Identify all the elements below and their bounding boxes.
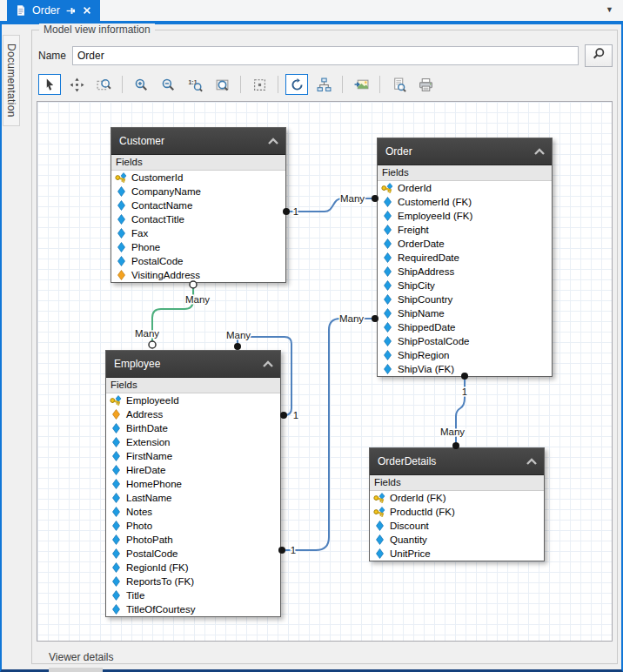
collapse-chevron-icon[interactable] xyxy=(526,458,538,465)
field-row[interactable]: Freight xyxy=(378,223,552,237)
field-row[interactable]: CustomerId (FK) xyxy=(378,195,552,209)
attribute-blue-icon xyxy=(110,590,122,601)
field-row[interactable]: Discount xyxy=(370,519,544,533)
field-row[interactable]: Title xyxy=(106,588,280,602)
export-image-button[interactable] xyxy=(350,74,372,95)
sidebar-tab-documentation[interactable]: Documentation xyxy=(3,35,20,126)
viewer-details-splitter[interactable] xyxy=(49,668,103,672)
zoom-selection-button[interactable] xyxy=(211,74,233,95)
collapse-chevron-icon[interactable] xyxy=(533,148,546,155)
tab-order[interactable]: Order xyxy=(7,0,100,21)
field-name: Title xyxy=(126,590,144,601)
field-name: EmployeeId xyxy=(126,395,179,406)
entity-employee[interactable]: EmployeeFieldsEmployeeIdAddressBirthDate… xyxy=(105,350,281,617)
field-row[interactable]: ShipPostalCode xyxy=(378,334,552,348)
attribute-blue-icon xyxy=(373,534,385,545)
field-row[interactable]: ShipName xyxy=(378,306,552,320)
field-row[interactable]: RequiredDate xyxy=(378,251,552,265)
field-row[interactable]: CustomerId xyxy=(111,171,285,185)
field-row[interactable]: ShipCountry xyxy=(378,292,552,306)
refresh-button[interactable] xyxy=(285,74,308,95)
connector-customer-to-employee-many-many[interactable]: ManyMany xyxy=(135,281,210,348)
field-row[interactable]: Fax xyxy=(111,226,285,240)
pointer-button[interactable] xyxy=(38,74,61,95)
field-name: Address xyxy=(126,409,163,420)
field-row[interactable]: Photo xyxy=(106,519,280,533)
zoom-out-button[interactable] xyxy=(157,74,179,95)
entity-customer[interactable]: CustomerFieldsCustomerIdCompanyNameConta… xyxy=(111,127,286,283)
entity-header[interactable]: Order xyxy=(378,138,552,165)
fit-to-drawing-button[interactable] xyxy=(248,74,271,95)
field-row[interactable]: TitleOfCourtesy xyxy=(106,602,280,616)
entity-title: Employee xyxy=(114,358,262,370)
attribute-blue-icon xyxy=(373,521,385,531)
field-row[interactable]: HomePhone xyxy=(106,477,280,491)
field-row[interactable]: ShippedDate xyxy=(378,320,552,334)
name-input[interactable] xyxy=(72,46,579,65)
connector-customer-to-order[interactable]: 1Many xyxy=(283,193,378,217)
field-row[interactable]: PhotoPath xyxy=(106,533,280,547)
field-row[interactable]: OrderId (FK) xyxy=(370,491,544,505)
field-row[interactable]: Phone xyxy=(111,240,285,254)
field-row[interactable]: UnitPrice xyxy=(370,547,544,561)
toolbar-separator xyxy=(122,76,123,93)
field-row[interactable]: PostalCode xyxy=(111,254,285,268)
collapse-chevron-icon[interactable] xyxy=(262,360,274,367)
collapse-chevron-icon[interactable] xyxy=(267,138,279,144)
field-row[interactable]: ContactName xyxy=(111,198,285,212)
entity-header[interactable]: Employee xyxy=(106,351,280,378)
toolbar-separator xyxy=(379,76,380,93)
cardinality-label: 1 xyxy=(291,545,296,555)
field-row[interactable]: ShipRegion xyxy=(378,348,552,362)
pan-button[interactable] xyxy=(65,74,88,95)
app-window: Order ▼ Documentation Model view informa… xyxy=(0,0,623,672)
search-button[interactable] xyxy=(585,44,613,67)
connector-order-to-orderdetails[interactable]: 1Many xyxy=(440,373,468,449)
entity-order[interactable]: OrderFieldsOrderIdCustomerId (FK)Employe… xyxy=(377,138,553,377)
entity-orderdetails[interactable]: OrderDetailsFieldsOrderId (FK)ProductId … xyxy=(369,447,545,561)
attribute-blue-icon xyxy=(110,507,122,517)
print-button[interactable] xyxy=(414,74,437,95)
field-name: ShipAddress xyxy=(398,266,454,277)
field-name: FirstName xyxy=(126,451,172,461)
field-row[interactable]: Extension xyxy=(106,435,280,449)
field-row[interactable]: EmployeeId (FK) xyxy=(378,209,552,223)
field-row[interactable]: BirthDate xyxy=(106,421,280,435)
attribute-blue-icon xyxy=(381,350,393,360)
field-row[interactable]: FirstName xyxy=(106,449,280,463)
field-row[interactable]: VisitingAddress xyxy=(111,268,285,282)
field-row[interactable]: ContactTitle xyxy=(111,212,285,226)
field-row[interactable]: ShipVia (FK) xyxy=(378,362,552,376)
field-row[interactable]: ShipAddress xyxy=(378,265,552,279)
field-row[interactable]: Address xyxy=(106,407,280,421)
field-row[interactable]: EmployeeId xyxy=(106,393,280,407)
zoom-1-1-button[interactable]: 1:1 xyxy=(184,74,206,95)
print-preview-button[interactable] xyxy=(387,74,410,95)
field-row[interactable]: HireDate xyxy=(106,463,280,477)
field-name: ShippedDate xyxy=(398,322,456,333)
entity-header[interactable]: Customer xyxy=(111,128,285,155)
field-row[interactable]: Notes xyxy=(106,505,280,519)
field-row[interactable]: ReportsTo (FK) xyxy=(106,575,280,588)
diagram-canvas[interactable]: 1ManyManyManyMany11Many1Many CustomerFie… xyxy=(37,101,613,642)
field-row[interactable]: PostalCode xyxy=(106,547,280,561)
field-row[interactable]: ProductId (FK) xyxy=(370,505,544,519)
groupbox-title: Model view information xyxy=(39,24,155,36)
close-icon[interactable] xyxy=(82,5,92,16)
field-row[interactable]: ShipCity xyxy=(378,279,552,292)
viewer-details-label[interactable]: Viewer details xyxy=(49,651,613,663)
tab-list-dropdown-icon[interactable]: ▼ xyxy=(606,6,613,14)
marquee-zoom-button[interactable] xyxy=(92,74,115,95)
relayout-button[interactable] xyxy=(312,74,335,95)
pin-icon[interactable] xyxy=(65,5,77,17)
field-row[interactable]: CompanyName xyxy=(111,185,285,198)
field-row[interactable]: LastName xyxy=(106,491,280,505)
field-row[interactable]: Quantity xyxy=(370,533,544,547)
field-row[interactable]: RegionId (FK) xyxy=(106,561,280,575)
entity-header[interactable]: OrderDetails xyxy=(370,448,544,475)
left-dock-strip: Documentation xyxy=(2,24,21,669)
field-row[interactable]: OrderDate xyxy=(378,237,552,251)
connector-employee-to-order[interactable]: 1Many xyxy=(278,313,378,555)
field-row[interactable]: OrderId xyxy=(378,181,552,195)
zoom-in-button[interactable] xyxy=(130,74,152,95)
